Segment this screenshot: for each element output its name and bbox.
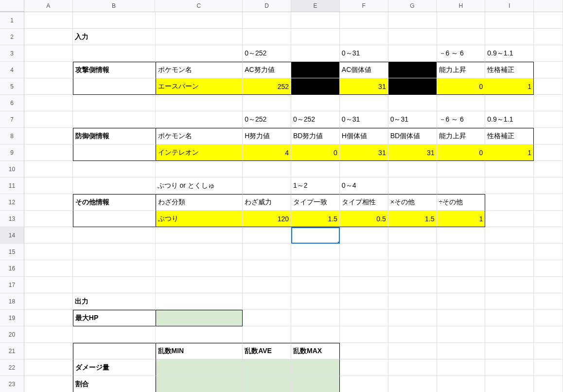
cell-i16[interactable] — [485, 260, 534, 277]
cell-c1[interactable] — [156, 12, 243, 29]
cell-i20[interactable] — [485, 326, 534, 343]
row-header-6[interactable]: 6 — [0, 95, 24, 111]
output-ratio-ave[interactable] — [243, 376, 291, 392]
attacker-label-nature[interactable]: 性格補正 — [485, 62, 534, 78]
cell-d18[interactable] — [243, 293, 291, 310]
cell-a23[interactable] — [24, 376, 73, 392]
defender-label-bd-ev[interactable]: BD努力値 — [291, 128, 340, 144]
cell-j19[interactable] — [534, 310, 563, 326]
defender-label-boost[interactable]: 能力上昇 — [437, 128, 486, 144]
cell-g2[interactable] — [388, 29, 437, 45]
cell-c15[interactable] — [156, 244, 243, 260]
cell-a10[interactable] — [24, 161, 73, 178]
cell-f17[interactable] — [340, 277, 388, 293]
attacker-label-pokemon[interactable]: ポケモン名 — [156, 62, 243, 78]
cell-a3[interactable] — [24, 45, 73, 62]
defender-value-bd-iv[interactable]: 31 — [388, 144, 437, 161]
cell-d19[interactable] — [243, 310, 291, 326]
cell-f23[interactable] — [340, 376, 388, 392]
cell-b20[interactable] — [73, 326, 156, 343]
cell-b17[interactable] — [73, 277, 156, 293]
cell-h6[interactable] — [437, 95, 486, 111]
cell-f20[interactable] — [340, 326, 388, 343]
col-header-a[interactable]: A — [24, 0, 73, 12]
cell-c6[interactable] — [156, 95, 243, 111]
col-header-i[interactable]: I — [485, 0, 534, 12]
other-label-eff[interactable]: タイプ相性 — [340, 194, 388, 211]
attacker-value-boost[interactable]: 0 — [437, 78, 486, 95]
attacker-label-ac-iv[interactable]: AC個体値 — [340, 62, 388, 78]
cell-a21[interactable] — [24, 343, 73, 359]
cell-b1[interactable] — [73, 12, 156, 29]
cell-h16[interactable] — [437, 260, 486, 277]
row-header-20[interactable]: 20 — [0, 326, 24, 343]
cell-i22[interactable] — [485, 359, 534, 376]
other-range-stab[interactable]: 1～2 — [291, 178, 340, 194]
cell-g4-black[interactable] — [388, 62, 437, 78]
cell-i23[interactable] — [485, 376, 534, 392]
cell-j12[interactable] — [534, 194, 563, 211]
cell-j23[interactable] — [534, 376, 563, 392]
cell-h11[interactable] — [437, 178, 486, 194]
defender-value-h-ev[interactable]: 4 — [243, 144, 291, 161]
attacker-header[interactable]: 攻撃側情報 — [73, 62, 156, 78]
cell-a14[interactable] — [24, 227, 73, 244]
cell-e15[interactable] — [291, 244, 340, 260]
cell-e20[interactable] — [291, 326, 340, 343]
cell-f15[interactable] — [340, 244, 388, 260]
cell-c2[interactable] — [156, 29, 243, 45]
cell-g6[interactable] — [388, 95, 437, 111]
cell-a22[interactable] — [24, 359, 73, 376]
attacker-value-pokemon[interactable]: エースバーン — [156, 78, 243, 95]
cell-g10[interactable] — [388, 161, 437, 178]
cell-h2[interactable] — [437, 29, 486, 45]
cell-i13[interactable] — [485, 211, 534, 227]
cell-j14[interactable] — [534, 227, 563, 244]
row-header-5[interactable]: 5 — [0, 78, 24, 95]
cell-b3[interactable] — [73, 45, 156, 62]
cell-i2[interactable] — [485, 29, 534, 45]
cell-j2[interactable] — [534, 29, 563, 45]
cell-j22[interactable] — [534, 359, 563, 376]
cell-j18[interactable] — [534, 293, 563, 310]
cell-j13[interactable] — [534, 211, 563, 227]
cell-j1[interactable] — [534, 12, 563, 29]
cell-a11[interactable] — [24, 178, 73, 194]
defender-range-bd-ev[interactable]: 0～252 — [291, 111, 340, 128]
cell-j20[interactable] — [534, 326, 563, 343]
cell-g21[interactable] — [388, 343, 437, 359]
cell-c18[interactable] — [156, 293, 243, 310]
cell-j8[interactable] — [534, 128, 563, 144]
cell-c10[interactable] — [156, 161, 243, 178]
cell-b9[interactable] — [73, 144, 156, 161]
row-header-18[interactable]: 18 — [0, 293, 24, 310]
cell-f18[interactable] — [340, 293, 388, 310]
cell-e1[interactable] — [291, 12, 340, 29]
cell-c17[interactable] — [156, 277, 243, 293]
other-label-div[interactable]: ÷その他 — [437, 194, 486, 211]
cell-h23[interactable] — [437, 376, 486, 392]
cell-a2[interactable] — [24, 29, 73, 45]
defender-value-nature[interactable]: 1 — [485, 144, 534, 161]
cell-i6[interactable] — [485, 95, 534, 111]
output-ratio-max[interactable] — [291, 376, 340, 392]
attacker-label-boost[interactable]: 能力上昇 — [437, 62, 486, 78]
cell-d17[interactable] — [243, 277, 291, 293]
other-label-power[interactable]: わざ威力 — [243, 194, 291, 211]
other-value-power[interactable]: 120 — [243, 211, 291, 227]
cell-h21[interactable] — [437, 343, 486, 359]
cell-h14[interactable] — [437, 227, 485, 244]
row-header-21[interactable]: 21 — [0, 343, 24, 359]
defender-range-h-ev[interactable]: 0～252 — [243, 111, 291, 128]
output-rand-ave-label[interactable]: 乱数AVE — [243, 343, 291, 359]
cell-f21[interactable] — [340, 343, 388, 359]
attacker-range-ev[interactable]: 0～252 — [243, 45, 291, 62]
row-header-17[interactable]: 17 — [0, 277, 24, 293]
row-header-7[interactable]: 7 — [0, 111, 24, 128]
col-header-c[interactable]: C — [155, 0, 243, 12]
cell-i1[interactable] — [485, 12, 534, 29]
output-ratio-min[interactable] — [156, 376, 243, 392]
output-rand-max-label[interactable]: 乱数MAX — [291, 343, 340, 359]
cell-d2[interactable] — [243, 29, 291, 45]
cell-c7[interactable] — [156, 111, 243, 128]
